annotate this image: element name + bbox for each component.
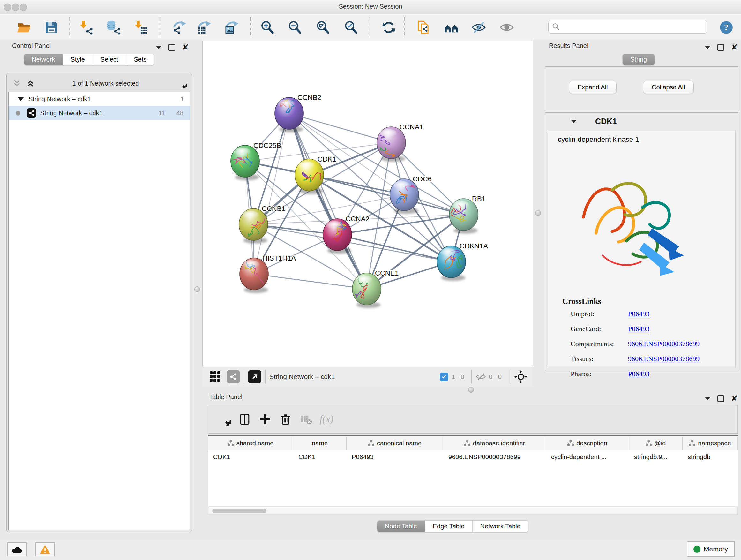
gene-collapse-icon[interactable]: [571, 120, 577, 123]
export-image-button[interactable]: [222, 18, 240, 37]
collection-expand-icon[interactable]: [17, 97, 24, 101]
zoom-out-button[interactable]: [286, 18, 304, 37]
zoom-selected-button[interactable]: [342, 18, 360, 37]
panel-menu-icon[interactable]: [156, 46, 161, 49]
add-column-button[interactable]: [255, 411, 275, 428]
tab-network[interactable]: Network: [24, 54, 63, 65]
expand-all-icon[interactable]: [26, 79, 35, 87]
table-header-cell[interactable]: namespace: [683, 436, 738, 450]
network-edge[interactable]: [289, 113, 391, 143]
horizontal-splitter-handle[interactable]: [468, 387, 474, 393]
refresh-layout-button[interactable]: [380, 18, 398, 37]
selected-checkbox-icon[interactable]: [440, 373, 448, 381]
network-node[interactable]: [437, 246, 466, 281]
fit-target-icon[interactable]: [514, 370, 528, 383]
network-share-badge-icon[interactable]: [226, 370, 240, 383]
zoom-fit-button[interactable]: [314, 18, 332, 37]
delete-column-button[interactable]: [275, 411, 296, 428]
export-network-button[interactable]: [170, 18, 188, 37]
tab-string[interactable]: String: [623, 54, 655, 65]
panel-menu-icon[interactable]: [704, 46, 711, 49]
table-cell[interactable]: P06493: [347, 450, 443, 463]
table-cell[interactable]: CDK1: [208, 450, 293, 463]
expand-all-button[interactable]: Expand All: [569, 81, 616, 94]
table-cell[interactable]: stringdb:9...: [629, 450, 683, 463]
scrollbar-thumb[interactable]: [212, 509, 266, 513]
crosslink-label: Uniprot:: [570, 310, 595, 318]
tab-sets[interactable]: Sets: [126, 54, 154, 65]
right-splitter-handle[interactable]: [535, 210, 541, 216]
network-edge[interactable]: [254, 113, 289, 274]
table-cell[interactable]: stringdb: [683, 450, 738, 463]
network-collection-row[interactable]: String Network – cdk1 1: [9, 92, 190, 106]
left-splitter-handle[interactable]: [194, 287, 200, 292]
collapse-all-icon[interactable]: [12, 79, 21, 87]
hide-selected-button[interactable]: [470, 18, 488, 37]
network-edge[interactable]: [367, 143, 391, 289]
network-row[interactable]: String Network – cdk1 11 48: [9, 106, 190, 120]
help-button[interactable]: ?: [718, 18, 735, 37]
table-header-cell[interactable]: database identifier: [443, 436, 546, 450]
network-node[interactable]: [230, 145, 259, 180]
network-edge[interactable]: [337, 235, 451, 262]
copy-network-button[interactable]: [415, 18, 433, 37]
panel-close-icon[interactable]: ✘: [731, 396, 738, 401]
tab-edge-table[interactable]: Edge Table: [425, 521, 473, 532]
zoom-in-button[interactable]: [259, 18, 276, 37]
select-columns-button[interactable]: [234, 411, 255, 428]
open-in-new-icon[interactable]: [248, 370, 261, 383]
save-session-button[interactable]: [43, 18, 60, 37]
panel-float-icon[interactable]: [718, 44, 724, 51]
table-row[interactable]: CDK1CDK1P064939606.ENSP00000378699cyclin…: [208, 450, 738, 463]
tab-select[interactable]: Select: [93, 54, 126, 65]
crosslink-value-link[interactable]: 9606.ENSP00000378699: [628, 355, 699, 363]
panel-float-icon[interactable]: [718, 395, 724, 402]
panel-float-icon[interactable]: [169, 44, 175, 51]
grid-mode-icon[interactable]: [209, 370, 221, 383]
cloud-status-button[interactable]: [7, 543, 27, 557]
tab-node-table[interactable]: Node Table: [377, 521, 425, 532]
network-edge[interactable]: [254, 274, 367, 289]
table-cell[interactable]: 9606.ENSP00000378699: [443, 450, 546, 463]
network-node[interactable]: [376, 127, 406, 165]
crosslink-value-link[interactable]: 9606.ENSP00000378699: [628, 340, 699, 348]
warnings-button[interactable]: [35, 543, 55, 557]
network-node[interactable]: [240, 258, 268, 293]
panel-close-icon[interactable]: ✘: [731, 45, 738, 50]
import-network-database-button[interactable]: [105, 18, 122, 37]
panel-menu-icon[interactable]: [704, 397, 711, 400]
import-network-file-button[interactable]: [77, 18, 94, 37]
export-table-button[interactable]: [195, 18, 213, 37]
tab-style[interactable]: Style: [63, 54, 92, 65]
network-edge[interactable]: [289, 113, 367, 289]
network-node[interactable]: [390, 179, 420, 214]
panel-close-icon[interactable]: ✘: [182, 45, 189, 50]
table-cell[interactable]: cyclin-dependent ...: [546, 450, 629, 463]
table-horizontal-scrollbar[interactable]: [208, 507, 738, 515]
memory-button[interactable]: Memory: [687, 541, 735, 557]
network-canvas[interactable]: CCNB2CCNA1CDC25BCDK1CDC6RB1CCNB1CCNA2CDK…: [202, 41, 533, 367]
network-node[interactable]: [445, 199, 478, 234]
network-list-gear-icon[interactable]: [177, 78, 187, 88]
import-table-button[interactable]: [131, 18, 149, 37]
network-node[interactable]: [323, 219, 352, 254]
crosslink-value-link[interactable]: P06493: [628, 370, 650, 378]
table-header-cell[interactable]: name: [293, 436, 347, 450]
open-session-button[interactable]: [15, 18, 33, 37]
table-header-cell[interactable]: @id: [629, 436, 683, 450]
crosslink-value-link[interactable]: P06493: [628, 325, 650, 333]
table-header-cell[interactable]: shared name: [208, 436, 293, 450]
table-header-cell[interactable]: description: [546, 436, 629, 450]
show-all-button[interactable]: [498, 18, 516, 37]
table-settings-button[interactable]: [214, 411, 234, 428]
crosslink-value-link[interactable]: P06493: [628, 310, 650, 318]
collapse-all-button[interactable]: Collapse All: [643, 81, 694, 94]
first-neighbors-button[interactable]: [442, 18, 460, 37]
table-cell[interactable]: CDK1: [293, 450, 347, 463]
table-header-cell[interactable]: canonical name: [347, 436, 443, 450]
tab-network-table[interactable]: Network Table: [473, 521, 528, 532]
gene-section-header[interactable]: CDK1: [545, 113, 738, 130]
network-node[interactable]: [295, 159, 324, 194]
network-node[interactable]: [352, 273, 381, 308]
search-input[interactable]: [560, 23, 704, 30]
